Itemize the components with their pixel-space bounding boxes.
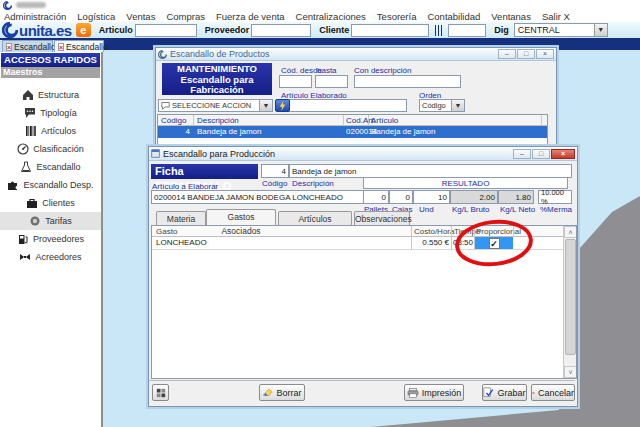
merma-field[interactable]: 10.000 % xyxy=(538,190,572,204)
sidebar-item-estructura[interactable]: Estructura xyxy=(0,86,101,104)
und-field[interactable]: 10 xyxy=(413,190,450,204)
hasta-input[interactable] xyxy=(315,75,348,88)
close-tab-icon[interactable]: × xyxy=(6,43,12,51)
barcode-input[interactable] xyxy=(448,24,486,37)
scrollbar-thumb[interactable] xyxy=(565,239,576,355)
menu-bar: Administración Logística Ventas Compras … xyxy=(0,10,640,22)
chevron-down-icon[interactable]: ▼ xyxy=(259,100,272,111)
redacted-window-title xyxy=(16,2,46,8)
barcode-icon xyxy=(25,125,37,137)
sidebar-item-label: Clasificación xyxy=(33,144,84,154)
sidebar-item-clasificacion[interactable]: Clasificación xyxy=(0,140,101,158)
pallets-field[interactable]: 0 xyxy=(363,190,389,204)
column-header-gasto[interactable]: Gasto xyxy=(156,227,177,236)
save-check-icon xyxy=(483,387,494,398)
tab-observaciones[interactable]: Observaciones xyxy=(354,211,410,225)
cod-desde-label: Cód. desde xyxy=(281,66,322,75)
button-separator xyxy=(149,380,575,381)
column-header-costo-hora[interactable]: Costo/Hora xyxy=(414,227,454,236)
sidebar-item-articulos[interactable]: Artículos xyxy=(0,122,101,140)
column-divider xyxy=(343,115,344,126)
scroll-up-icon[interactable]: ˄ xyxy=(564,226,577,238)
grabar-label: Grabar xyxy=(497,388,525,398)
column-header-articulo[interactable]: Artículo xyxy=(371,116,398,125)
borrar-button[interactable]: Borrar xyxy=(259,384,305,401)
menu-tesoreria[interactable]: Tesorería xyxy=(377,11,417,22)
dig-select-value: CENTRAL xyxy=(518,25,560,35)
scroll-down-icon[interactable]: ˅ xyxy=(564,366,577,378)
close-button[interactable]: × xyxy=(536,49,554,59)
gasto-row-loncheado[interactable]: LONCHEADO 0.550 € 03:50 ✓ xyxy=(152,237,563,250)
grabar-button[interactable]: Grabar xyxy=(482,384,527,401)
sidebar-item-tarifas[interactable]: Tarifas xyxy=(0,212,101,230)
menu-compras[interactable]: Compras xyxy=(166,11,205,22)
dig-select[interactable]: CENTRAL ▼ xyxy=(514,23,608,37)
cliente-input[interactable] xyxy=(351,24,429,37)
unita-spiral-icon xyxy=(2,22,18,38)
descripcion-value: Bandeja de jamon xyxy=(292,167,357,176)
column-header-codigo[interactable]: Código xyxy=(161,116,186,125)
chevron-down-icon[interactable]: ▼ xyxy=(451,100,464,111)
articulo-input[interactable] xyxy=(135,24,197,37)
tab-escandallo[interactable]: × Escandallo xyxy=(54,40,104,52)
tab-escandallos[interactable]: × Escandallos xyxy=(2,40,53,52)
selected-product-row[interactable]: 4 Bandeja de jamon 0200014 Bandeja de ja… xyxy=(158,126,547,138)
window1-titlebar[interactable]: Escandallo de Productos – □ × xyxy=(156,48,556,61)
execute-action-button[interactable] xyxy=(275,99,290,112)
con-descripcion-input[interactable] xyxy=(354,75,461,88)
sidebar-group-maestros[interactable]: Maestros xyxy=(1,67,100,78)
sidebar-item-tipologia[interactable]: Tipología xyxy=(0,104,101,122)
close-tab-icon[interactable]: × xyxy=(58,43,64,51)
column-header-proporcional[interactable]: Proporcional xyxy=(476,227,521,236)
sidebar-header: ACCESOS RAPIDOS xyxy=(1,53,100,67)
dialog-titlebar[interactable]: Escandallo para Producción – □ × xyxy=(149,147,577,161)
proveedor-input[interactable] xyxy=(251,24,311,37)
grid-scrollbar[interactable]: ˄ ˅ xyxy=(563,226,576,378)
menu-salir[interactable]: Salir X xyxy=(542,11,570,22)
banner-line: Fabricación xyxy=(162,85,272,96)
column-header-descripcion[interactable]: Descripción xyxy=(197,116,239,125)
menu-logistica[interactable]: Logística xyxy=(77,11,115,22)
proporcional-checkbox[interactable]: ✓ xyxy=(489,238,500,249)
maximize-button[interactable]: □ xyxy=(517,49,535,59)
sidebar-item-clientes[interactable]: Clientes xyxy=(0,194,101,212)
cell-descripcion: Bandeja de jamon xyxy=(197,127,262,136)
tab-materia-prima[interactable]: Materia Prima xyxy=(156,211,206,225)
minimize-button[interactable]: – xyxy=(498,49,516,59)
con-descripcion-label: Con descripción xyxy=(354,66,411,75)
descripcion-field[interactable]: Bandeja de jamon xyxy=(289,164,572,178)
blogger-badge-icon[interactable]: e xyxy=(76,23,91,37)
cancelar-button[interactable]: Cancelar xyxy=(531,384,575,401)
orden-select[interactable]: Código ▼ xyxy=(419,99,465,112)
action-combo[interactable]: SELECCIONE ACCION ▼ xyxy=(158,99,273,112)
menu-ventanas[interactable]: Ventanas xyxy=(491,11,531,22)
sidebar-item-escandallo[interactable]: Escandallo xyxy=(0,158,101,176)
articulo-elaborado-input[interactable] xyxy=(279,99,407,112)
close-button[interactable]: × xyxy=(551,149,575,159)
tab-articulos-agregados[interactable]: Artículos Agregados xyxy=(278,211,352,225)
sidebar-item-acreedores[interactable]: Acreedores xyxy=(0,248,101,266)
menu-centralizaciones[interactable]: Centralizaciones xyxy=(296,11,366,22)
proporcional-cell[interactable]: ✓ xyxy=(475,237,513,249)
sidebar-item-escandallo-desp[interactable]: Escandallo Desp. xyxy=(0,176,101,194)
menu-fuerza-de-venta[interactable]: Fuerza de venta xyxy=(216,11,285,22)
gastos-grid[interactable]: Gasto Costo/Hora Tiempo Proporcional LON… xyxy=(151,225,577,379)
sidebar-item-label: Tarifas xyxy=(45,216,72,226)
maximize-button[interactable]: □ xyxy=(532,149,550,159)
chevron-down-icon[interactable]: ▼ xyxy=(594,24,607,36)
impresion-button[interactable]: Impresión xyxy=(404,384,464,401)
cajas-field[interactable]: 0 xyxy=(389,190,413,204)
column-divider xyxy=(474,226,475,237)
codigo-field[interactable]: 4 xyxy=(261,164,289,178)
tab-gastos-asociados[interactable]: Gastos Asociados xyxy=(206,209,276,225)
articulo-elaborar-field[interactable]: 0200014 BANDEJA JAMON BODEGA LONCHEADO xyxy=(151,190,365,204)
menu-administracion[interactable]: Administración xyxy=(4,11,66,22)
sidebar-item-proveedores[interactable]: Proveedores xyxy=(0,230,101,248)
grid-tool-button[interactable] xyxy=(152,384,169,401)
cod-desde-input[interactable] xyxy=(279,75,312,88)
menu-contabilidad[interactable]: Contabilidad xyxy=(427,11,480,22)
column-divider xyxy=(411,226,412,237)
minimize-button[interactable]: – xyxy=(513,149,531,159)
column-divider xyxy=(368,115,369,126)
menu-ventas[interactable]: Ventas xyxy=(126,11,155,22)
